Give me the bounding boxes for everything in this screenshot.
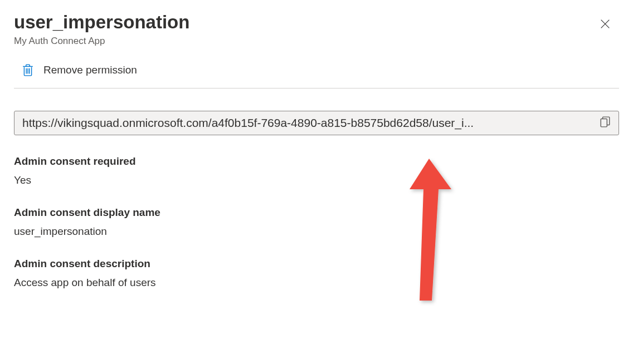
admin-consent-description-value: Access app on behalf of users	[14, 277, 619, 289]
admin-consent-display-name-value: user_impersonation	[14, 225, 619, 238]
remove-permission-button[interactable]: Remove permission	[14, 63, 619, 77]
copy-button[interactable]	[600, 117, 611, 129]
admin-consent-display-name-label: Admin consent display name	[14, 206, 619, 219]
admin-consent-required-label: Admin consent required	[14, 155, 619, 168]
close-icon	[599, 22, 611, 32]
remove-permission-label: Remove permission	[43, 64, 137, 76]
copy-icon	[600, 116, 610, 130]
svg-rect-6	[601, 119, 607, 126]
close-button[interactable]	[597, 16, 613, 35]
permission-url-box: https://vikingsquad.onmicrosoft.com/a4f0…	[14, 111, 619, 135]
admin-consent-required-value: Yes	[14, 174, 619, 186]
admin-consent-description-label: Admin consent description	[14, 258, 619, 270]
permission-url-text: https://vikingsquad.onmicrosoft.com/a4f0…	[22, 116, 594, 130]
divider	[14, 88, 619, 88]
page-subtitle: My Auth Connect App	[14, 36, 189, 47]
page-title: user_impersonation	[14, 11, 189, 33]
trash-icon	[22, 63, 33, 77]
